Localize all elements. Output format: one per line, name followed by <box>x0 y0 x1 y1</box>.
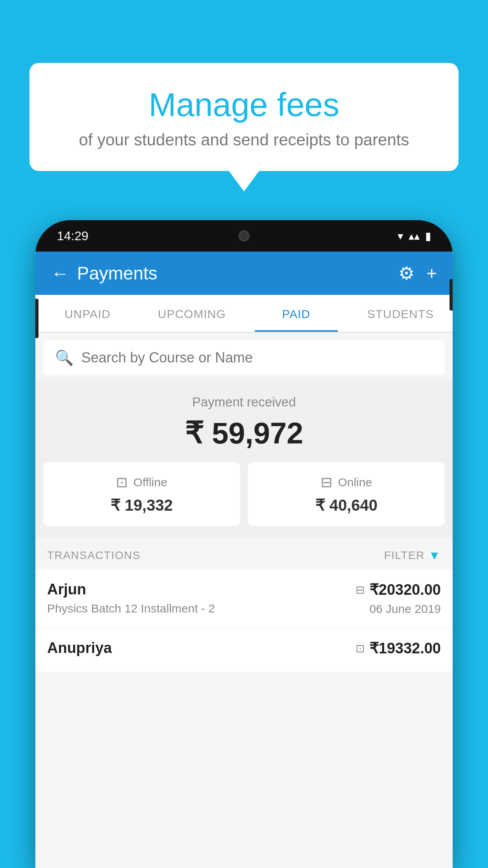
transaction-right-info: ⊡ ₹19332.00 <box>356 640 441 657</box>
speech-bubble-card: Manage fees of your students and send re… <box>29 63 459 171</box>
table-row[interactable]: Arjun Physics Batch 12 Installment - 2 ⊟… <box>35 569 453 628</box>
tabs-bar: UNPAID UPCOMING PAID STUDENTS <box>35 295 453 333</box>
transaction-left-info: Anupriya <box>47 640 356 660</box>
online-amount: ₹ 40,640 <box>264 496 429 514</box>
tab-paid[interactable]: PAID <box>244 295 349 332</box>
transaction-date: 06 June 2019 <box>369 602 441 616</box>
transaction-amount-row: ⊡ ₹19332.00 <box>356 640 441 657</box>
phone-status-bar: 14:29 ▾ ▴▴ ▮ <box>35 220 453 252</box>
speech-bubble-subtitle: of your students and send receipts to pa… <box>49 131 439 149</box>
transaction-amount: ₹20320.00 <box>369 581 441 598</box>
transaction-amount-row: ⊟ ₹20320.00 <box>356 581 441 598</box>
filter-icon: ▼ <box>429 549 441 562</box>
app-header: ← Payments ⚙ + <box>35 252 453 295</box>
phone-camera <box>238 230 250 241</box>
transaction-student-name: Anupriya <box>47 640 356 657</box>
speech-bubble-title: Manage fees <box>49 86 439 123</box>
payment-received-label: Payment received <box>43 395 445 410</box>
search-bar: 🔍 <box>43 340 445 375</box>
transaction-left-info: Arjun Physics Batch 12 Installment - 2 <box>47 581 356 615</box>
payment-summary: Payment received ₹ 59,972 ⊡ Offline ₹ 19… <box>35 379 453 538</box>
tab-students[interactable]: STUDENTS <box>349 295 453 332</box>
wifi-icon: ▾ <box>398 230 403 243</box>
back-button[interactable]: ← <box>51 263 69 284</box>
transaction-course-info: Physics Batch 12 Installment - 2 <box>47 602 356 615</box>
transaction-amount: ₹19332.00 <box>369 640 441 657</box>
tab-upcoming[interactable]: UPCOMING <box>140 295 244 332</box>
transaction-student-name: Arjun <box>47 581 356 598</box>
transactions-label: TRANSACTIONS <box>47 549 140 562</box>
offline-payment-icon: ⊡ <box>356 642 365 655</box>
signal-icon: ▴▴ <box>409 230 420 243</box>
payment-total-amount: ₹ 59,972 <box>43 416 445 451</box>
phone-status-icons: ▾ ▴▴ ▮ <box>398 230 431 243</box>
offline-amount: ₹ 19,332 <box>59 496 224 514</box>
app-screen: ← Payments ⚙ + UNPAID UPCOMING PAID STUD… <box>35 252 453 868</box>
settings-icon[interactable]: ⚙ <box>398 263 415 284</box>
phone-frame: 14:29 ▾ ▴▴ ▮ ← Payments ⚙ + UNPAID UPCOM… <box>35 220 453 868</box>
online-payment-icon: ⊟ <box>321 474 332 491</box>
search-icon: 🔍 <box>55 349 73 366</box>
search-input[interactable] <box>81 349 433 366</box>
add-button[interactable]: + <box>426 263 437 284</box>
online-payment-card: ⊟ Online ₹ 40,640 <box>248 462 445 526</box>
payment-cards: ⊡ Offline ₹ 19,332 ⊟ Online ₹ 40,640 <box>43 462 445 526</box>
table-row[interactable]: Anupriya ⊡ ₹19332.00 <box>35 628 453 673</box>
filter-button[interactable]: FILTER ▼ <box>384 549 441 562</box>
card-payment-icon: ⊟ <box>356 583 365 596</box>
offline-payment-icon: ⊡ <box>116 474 128 491</box>
header-action-icons: ⚙ + <box>398 263 437 284</box>
page-title: Payments <box>77 263 391 284</box>
transactions-section-header: TRANSACTIONS FILTER ▼ <box>35 538 453 569</box>
phone-time: 14:29 <box>57 229 88 243</box>
online-label: Online <box>338 476 372 489</box>
filter-label: FILTER <box>384 549 424 562</box>
battery-icon: ▮ <box>425 230 431 243</box>
tab-unpaid[interactable]: UNPAID <box>35 295 140 332</box>
offline-label: Offline <box>133 476 167 489</box>
transaction-right-info: ⊟ ₹20320.00 06 June 2019 <box>356 581 441 616</box>
offline-payment-card: ⊡ Offline ₹ 19,332 <box>43 462 240 526</box>
